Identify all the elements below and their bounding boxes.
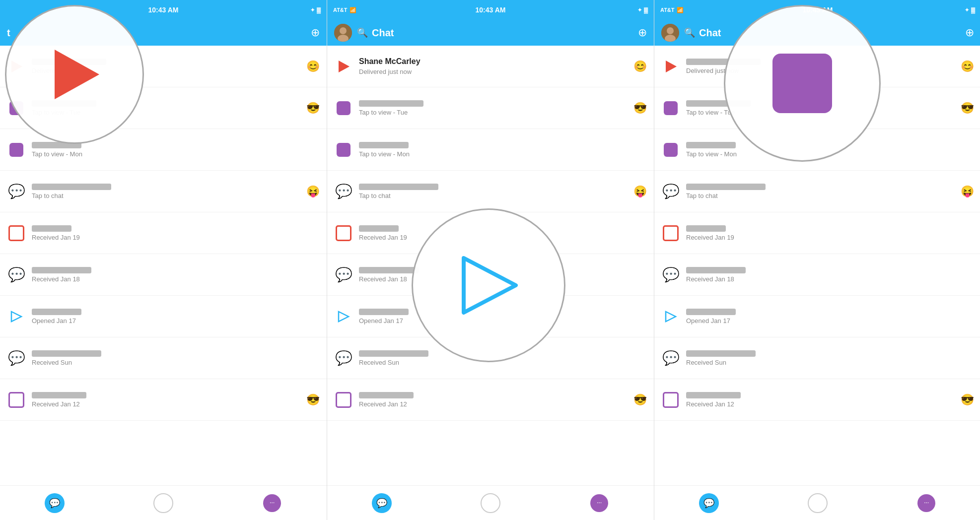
- bottom-nav-3: 💬 ⋯: [654, 485, 980, 520]
- chat-emoji-0-2: 😊: [633, 60, 647, 73]
- add-chat-icon-2[interactable]: ⊕: [638, 26, 647, 39]
- chat-item-6-3[interactable]: Opened Jan 17: [654, 296, 980, 337]
- search-icon-3[interactable]: 🔍: [684, 27, 695, 38]
- phone-panel-1: 10:43 AM ✦ ▓ t ⊕ Delivered just now 😊: [0, 0, 327, 520]
- chat-emoji-3-2: 😝: [633, 185, 647, 198]
- chat-content-4-1: Received Jan 19: [32, 225, 320, 241]
- bottom-camera-icon-1[interactable]: [151, 491, 176, 516]
- avatar-3[interactable]: [661, 24, 679, 42]
- play-red-icon-0-2: [336, 59, 351, 74]
- chat-sub-3-1: Tap to chat: [32, 192, 320, 199]
- carrier-text-3: AT&T: [660, 7, 675, 13]
- chat-icon-1-2: [334, 99, 353, 118]
- chat-item-3-2[interactable]: 💬 Tap to chat 😝: [327, 171, 654, 212]
- chat-item-4-1[interactable]: Received Jan 19: [0, 212, 327, 254]
- chat-item-7-1[interactable]: 💬 Received Sun: [0, 337, 327, 379]
- stories-icon-label-1: ⋯: [270, 500, 275, 506]
- chat-item-8-1[interactable]: Received Jan 12 😎: [0, 379, 327, 421]
- chat-content-5-3: Received Jan 18: [686, 267, 974, 283]
- bottom-camera-3[interactable]: [805, 491, 830, 516]
- chat-name-blur-3-2: [359, 184, 438, 190]
- add-chat-icon-3[interactable]: ⊕: [965, 26, 974, 39]
- bottom-chat-icon-1[interactable]: 💬: [42, 491, 67, 516]
- chat-item-8-2[interactable]: Received Jan 12 😎: [327, 379, 654, 421]
- chat-icon-1-3: [661, 99, 680, 118]
- svg-marker-6: [339, 61, 350, 72]
- chat-emoji-1-2: 😎: [633, 102, 647, 115]
- chat-emoji-0-1: 😊: [306, 60, 320, 73]
- bottom-stories-icon-1[interactable]: ⋯: [260, 491, 284, 516]
- svg-point-10: [667, 27, 674, 34]
- chat-content-8-2: Received Jan 12: [359, 392, 647, 408]
- chat-name-blur-6-1: [32, 309, 81, 315]
- bottom-chat-3[interactable]: 💬: [697, 491, 721, 516]
- search-icon-2[interactable]: 🔍: [357, 27, 368, 38]
- chat-blue-icon-5-3: 💬: [662, 266, 680, 283]
- camera-circle-1: [153, 493, 173, 513]
- chat-item-2-2[interactable]: Tap to view - Mon: [327, 129, 654, 171]
- phone-panel-3: AT&T 📶 10:43 AM ✦ ▓ 🔍 Chat ⊕: [654, 0, 980, 520]
- chat-name-blur-8-1: [32, 392, 86, 398]
- add-chat-icon-1[interactable]: ⊕: [311, 26, 320, 39]
- chat-content-7-3: Received Sun: [686, 350, 974, 366]
- svg-marker-2: [55, 50, 99, 99]
- chat-item-5-3[interactable]: 💬 Received Jan 18: [654, 254, 980, 296]
- chat-icon-3-2: 💬: [334, 182, 353, 201]
- chat-content-6-3: Opened Jan 17: [686, 309, 974, 325]
- chat-icon-3-3: 💬: [661, 182, 680, 201]
- chat-sub-1-2: Tap to view - Tue: [359, 109, 647, 116]
- chat-name-blur-4-1: [32, 225, 71, 232]
- chat-item-3-3[interactable]: 💬 Tap to chat 😝: [654, 171, 980, 212]
- chat-content-5-1: Received Jan 18: [32, 267, 320, 283]
- chat-item-1-2[interactable]: Tap to view - Tue 😎: [327, 87, 654, 129]
- zoom-play-red-icon-1: [45, 45, 104, 104]
- chat-item-3-1[interactable]: 💬 Tap to chat 😝: [0, 171, 327, 212]
- chat-name-blur-2-2: [359, 142, 409, 148]
- status-bar-2: AT&T 📶 10:43 AM ✦ ▓: [327, 0, 654, 20]
- bluetooth-icon-3: ✦: [965, 7, 969, 13]
- chat-name-blur-7-3: [686, 350, 756, 357]
- chat-icon-2-2: [334, 140, 353, 159]
- chat-name-blur-3-1: [32, 184, 111, 190]
- avatar-img-3: [661, 24, 679, 42]
- snap-purple-filled-icon-1-3: [664, 101, 678, 115]
- bottom-camera-2[interactable]: [478, 491, 503, 516]
- chat-item-4-3[interactable]: Received Jan 19: [654, 212, 980, 254]
- chat-blue-icon-7-2: 💬: [335, 350, 352, 366]
- chat-item-7-3[interactable]: 💬 Received Sun: [654, 337, 980, 379]
- chat-emoji-1-1: 😎: [306, 102, 320, 115]
- chat-emoji-3-1: 😝: [306, 185, 320, 198]
- snap-purple-filled-icon-2-2: [337, 143, 350, 157]
- snap-purple-filled-icon-2-1: [9, 143, 23, 157]
- bottom-stories-2[interactable]: ⋯: [587, 491, 612, 516]
- battery-icon: ▓: [317, 7, 321, 13]
- avatar-2[interactable]: [334, 24, 352, 42]
- chat-nav-icon-3: 💬: [703, 498, 714, 509]
- chat-sub-8-2: Received Jan 12: [359, 400, 647, 408]
- chat-content-6-1: Opened Jan 17: [32, 309, 320, 325]
- chat-icon-2-1: [7, 140, 26, 159]
- bottom-chat-2[interactable]: 💬: [369, 491, 394, 516]
- snap-purple-filled-icon-2-3: [664, 143, 678, 157]
- chat-icon-7-1: 💬: [7, 349, 26, 368]
- chat-content-4-3: Received Jan 19: [686, 225, 974, 241]
- chat-item-0-2[interactable]: Shane McCarley Delivered just now 😊: [327, 46, 654, 87]
- chat-sub-6-3: Opened Jan 17: [686, 317, 974, 325]
- chat-content-8-3: Received Jan 12: [686, 392, 974, 408]
- chat-name-blur-8-3: [686, 392, 741, 398]
- chat-item-8-3[interactable]: Received Jan 12 😎: [654, 379, 980, 421]
- zoom-snap-purple-icon-3: [772, 54, 832, 113]
- chat-content-7-1: Received Sun: [32, 350, 320, 366]
- phone-panel-2: AT&T 📶 10:43 AM ✦ ▓ 🔍 Chat ⊕: [327, 0, 654, 520]
- play-blue-outline-icon-6-3: [664, 310, 678, 324]
- bottom-stories-3[interactable]: ⋯: [914, 491, 939, 516]
- chat-item-5-1[interactable]: 💬 Received Jan 18: [0, 254, 327, 296]
- header-title-2: Chat: [372, 27, 638, 39]
- chat-item-6-1[interactable]: Opened Jan 17: [0, 296, 327, 337]
- chat-name-blur-8-2: [359, 392, 414, 398]
- chat-content-2-1: Tap to view - Mon: [32, 142, 320, 158]
- stories-icon-label-2: ⋯: [597, 500, 602, 506]
- chat-icon-3-1: 💬: [7, 182, 26, 201]
- chat-gray-icon-3-3: 💬: [662, 183, 680, 199]
- chat-content-1-2: Tap to view - Tue: [359, 100, 647, 116]
